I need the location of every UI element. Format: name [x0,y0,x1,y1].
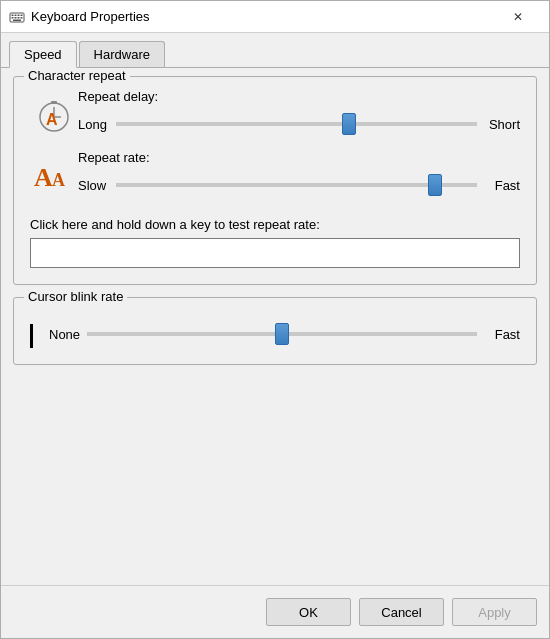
window-icon [9,9,25,25]
test-input[interactable] [30,238,520,268]
character-repeat-group: Character repeat A [13,76,537,285]
repeat-delay-slider[interactable] [116,122,477,126]
cursor-blink-title: Cursor blink rate [24,289,127,304]
cursor-blink-section: None Fast [30,310,520,348]
repeat-delay-content: Repeat delay: Long Short [78,89,520,136]
test-area: Click here and hold down a key to test r… [30,211,520,268]
cursor-blink-indicator [30,324,33,348]
svg-rect-4 [21,14,23,16]
svg-rect-2 [15,14,17,16]
cursor-blink-right-label: Fast [485,327,520,342]
cursor-blink-group: Cursor blink rate None Fast [13,297,537,365]
svg-rect-13 [51,101,57,104]
repeat-rate-left-label: Slow [78,178,108,193]
repeat-rate-icon: A A [30,154,78,194]
repeat-delay-row: A Repeat delay: Long Short [30,89,520,136]
content-area: Character repeat A [1,67,549,585]
svg-rect-1 [12,14,14,16]
cursor-blink-left-label: None [49,327,79,342]
svg-rect-5 [12,17,14,19]
svg-rect-9 [13,19,21,21]
title-bar: Keyboard Properties ✕ [1,1,549,33]
tab-speed[interactable]: Speed [9,41,77,68]
repeat-delay-left-label: Long [78,117,108,132]
cursor-blink-slider-container [87,322,477,346]
close-button[interactable]: ✕ [495,1,541,33]
svg-rect-7 [18,17,20,19]
apply-button[interactable]: Apply [452,598,537,626]
svg-text:A: A [34,163,53,192]
repeat-delay-slider-row: Long Short [78,112,520,136]
repeat-delay-label: Repeat delay: [78,89,520,104]
svg-rect-8 [21,17,23,19]
repeat-rate-right-label: Fast [485,178,520,193]
ok-button[interactable]: OK [266,598,351,626]
button-bar: OK Cancel Apply [1,585,549,638]
cursor-blink-slider[interactable] [87,332,477,336]
repeat-delay-slider-container [116,112,477,136]
tab-hardware[interactable]: Hardware [79,41,165,67]
repeat-delay-icon: A [30,91,78,135]
repeat-delay-right-label: Short [485,117,520,132]
repeat-rate-slider-container [116,173,477,197]
window-title: Keyboard Properties [31,9,495,24]
tab-bar: Speed Hardware [1,33,549,67]
repeat-rate-slider-row: Slow Fast [78,173,520,197]
repeat-rate-slider[interactable] [116,183,477,187]
repeat-rate-content: Repeat rate: Slow Fast [78,150,520,197]
test-area-label: Click here and hold down a key to test r… [30,217,520,232]
repeat-rate-row: A A Repeat rate: Slow Fast [30,150,520,197]
cancel-button[interactable]: Cancel [359,598,444,626]
character-repeat-title: Character repeat [24,68,130,83]
keyboard-properties-window: Keyboard Properties ✕ Speed Hardware Cha… [0,0,550,639]
svg-text:A: A [52,170,65,190]
cursor-blink-slider-content: None Fast [49,314,520,346]
svg-rect-6 [15,17,17,19]
cursor-blink-slider-row: None Fast [49,322,520,346]
svg-rect-3 [18,14,20,16]
svg-text:A: A [46,111,58,128]
repeat-rate-label: Repeat rate: [78,150,520,165]
